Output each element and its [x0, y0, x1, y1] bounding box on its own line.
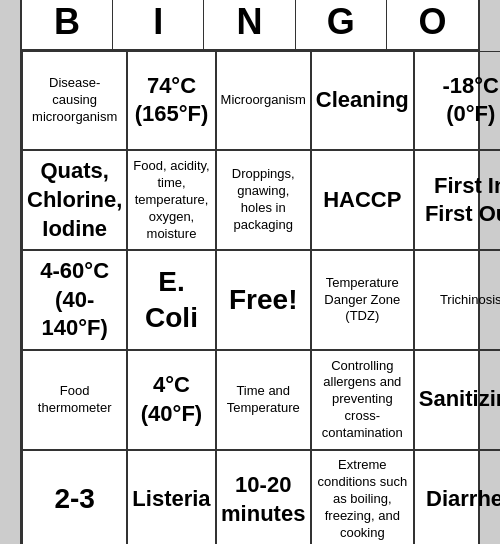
- bingo-cell-6: Food, acidity, time, temperature, oxygen…: [127, 150, 215, 250]
- bingo-cell-2: Microorganism: [216, 51, 311, 151]
- bingo-cell-22: 10-20 minutes: [216, 450, 311, 544]
- bingo-cell-16: 4°C (40°F): [127, 350, 215, 450]
- bingo-cell-8: HACCP: [311, 150, 414, 250]
- header-letter-i: I: [113, 0, 204, 49]
- bingo-cell-0: Disease-causing microorganism: [22, 51, 127, 151]
- bingo-cell-24: Diarrhea: [414, 450, 500, 544]
- bingo-cell-10: 4-60°C (40-140°F): [22, 250, 127, 350]
- bingo-cell-9: First In First Out: [414, 150, 500, 250]
- bingo-cell-17: Time and Temperature: [216, 350, 311, 450]
- bingo-cell-12: Free!: [216, 250, 311, 350]
- header-letter-o: O: [387, 0, 478, 49]
- bingo-cell-20: 2-3: [22, 450, 127, 544]
- bingo-cell-13: Temperature Danger Zone (TDZ): [311, 250, 414, 350]
- bingo-grid: Disease-causing microorganism74°C (165°F…: [22, 51, 478, 544]
- bingo-cell-1: 74°C (165°F): [127, 51, 215, 151]
- header-letter-b: B: [22, 0, 113, 49]
- bingo-cell-15: Food thermometer: [22, 350, 127, 450]
- bingo-cell-3: Cleaning: [311, 51, 414, 151]
- bingo-card: BINGO Disease-causing microorganism74°C …: [20, 0, 480, 544]
- bingo-cell-11: E. Coli: [127, 250, 215, 350]
- bingo-cell-14: Trichinosis: [414, 250, 500, 350]
- bingo-cell-4: -18°C (0°F): [414, 51, 500, 151]
- header-letter-n: N: [204, 0, 295, 49]
- bingo-header: BINGO: [22, 0, 478, 51]
- bingo-cell-21: Listeria: [127, 450, 215, 544]
- bingo-cell-18: Controlling allergens and preventing cro…: [311, 350, 414, 450]
- bingo-cell-19: Sanitizing: [414, 350, 500, 450]
- bingo-cell-23: Extreme conditions such as boiling, free…: [311, 450, 414, 544]
- bingo-cell-5: Quats, Chlorine, Iodine: [22, 150, 127, 250]
- header-letter-g: G: [296, 0, 387, 49]
- bingo-cell-7: Droppings, gnawing, holes in packaging: [216, 150, 311, 250]
